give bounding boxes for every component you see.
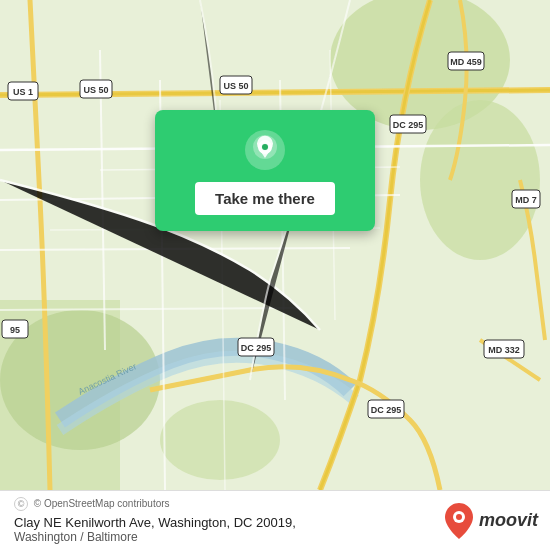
map-area: US 1 US 50 US 50 MD 459 DC 295 DC 295 DC…: [0, 0, 550, 490]
svg-text:US 50: US 50: [223, 81, 248, 91]
location-pin-icon: [243, 128, 287, 172]
svg-text:DC 295: DC 295: [371, 405, 402, 415]
moovit-wordmark: moovit: [479, 510, 538, 531]
svg-text:MD 332: MD 332: [488, 345, 520, 355]
svg-text:DC 295: DC 295: [393, 120, 424, 130]
svg-point-5: [160, 400, 280, 480]
svg-point-46: [456, 514, 462, 520]
map-svg: US 1 US 50 US 50 MD 459 DC 295 DC 295 DC…: [0, 0, 550, 490]
location-address: Clay NE Kenilworth Ave, Washington, DC 2…: [14, 515, 296, 530]
bottom-bar: © © OpenStreetMap contributors Clay NE K…: [0, 490, 550, 550]
osm-attribution: © © OpenStreetMap contributors: [14, 497, 296, 511]
moovit-pin-icon: [445, 503, 473, 539]
location-info: © © OpenStreetMap contributors Clay NE K…: [14, 497, 296, 544]
svg-text:US 1: US 1: [13, 87, 33, 97]
svg-point-44: [262, 144, 268, 150]
popup-card[interactable]: Take me there: [155, 110, 375, 231]
svg-text:MD 7: MD 7: [515, 195, 537, 205]
svg-text:DC 295: DC 295: [241, 343, 272, 353]
moovit-logo: moovit: [445, 503, 538, 539]
location-region: Washington / Baltimore: [14, 530, 296, 544]
take-me-there-button[interactable]: Take me there: [195, 182, 335, 215]
svg-text:US 50: US 50: [83, 85, 108, 95]
svg-text:95: 95: [10, 325, 20, 335]
copyright-icon: ©: [14, 497, 28, 511]
svg-text:MD 459: MD 459: [450, 57, 482, 67]
